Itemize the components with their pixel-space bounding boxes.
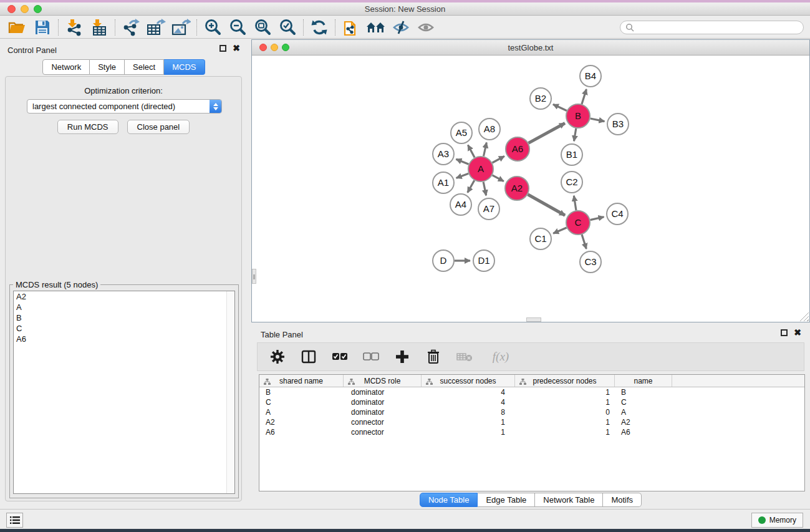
- column-header-predecessor-nodes[interactable]: predecessor nodes: [515, 375, 615, 387]
- graph-edge-B-B2[interactable]: [553, 104, 567, 110]
- table-cell[interactable]: 0: [515, 407, 615, 417]
- graph-edge-A-A5[interactable]: [468, 145, 475, 157]
- table-cell[interactable]: 8: [422, 407, 515, 417]
- hide-panels-button[interactable]: [364, 17, 388, 37]
- tab-motifs[interactable]: Motifs: [603, 493, 642, 507]
- run-mcds-button[interactable]: Run MCDS: [57, 120, 118, 134]
- table-cell[interactable]: dominator: [344, 407, 422, 417]
- table-cell[interactable]: 1: [515, 387, 615, 397]
- table-cell[interactable]: 1: [422, 427, 515, 437]
- apply-layout-button[interactable]: [307, 17, 332, 37]
- result-item[interactable]: B: [14, 312, 234, 323]
- table-cell[interactable]: 1: [515, 417, 615, 427]
- result-item[interactable]: A2: [14, 291, 234, 302]
- table-cell[interactable]: C: [615, 397, 672, 407]
- tab-mcds[interactable]: MCDS: [164, 59, 205, 75]
- table-cell[interactable]: connector: [344, 417, 422, 427]
- table-cell[interactable]: A6: [615, 427, 672, 437]
- graph-edge-A-A4[interactable]: [468, 180, 475, 193]
- result-item[interactable]: A6: [14, 334, 234, 344]
- export-image-button[interactable]: [168, 17, 193, 37]
- graph-edge-C-C4[interactable]: [591, 217, 604, 220]
- criterion-select[interactable]: largest connected component (directed): [27, 99, 222, 114]
- select-all-rows-button[interactable]: [331, 347, 349, 366]
- table-row[interactable]: Cdominator41C: [259, 397, 804, 407]
- mcds-result-list[interactable]: A2ABCA6: [13, 291, 235, 494]
- import-network-button[interactable]: [62, 17, 87, 37]
- tab-select[interactable]: Select: [125, 59, 164, 75]
- hide-selected-button[interactable]: [388, 17, 413, 37]
- table-cell[interactable]: dominator: [344, 387, 422, 397]
- table-cell[interactable]: A2: [259, 417, 344, 427]
- graph-edge-B-B3[interactable]: [591, 118, 605, 122]
- table-cell[interactable]: 1: [515, 427, 615, 437]
- graph-edge-B-B4[interactable]: [582, 89, 586, 104]
- graph-edge-C-C1[interactable]: [553, 228, 566, 233]
- task-history-button[interactable]: [6, 513, 23, 528]
- table-cell[interactable]: 4: [422, 397, 515, 407]
- table-cell[interactable]: 1: [422, 417, 515, 427]
- graph-edge-A2-C[interactable]: [528, 195, 565, 215]
- show-column-button[interactable]: [300, 347, 317, 366]
- column-header-name[interactable]: name: [615, 375, 672, 387]
- table-row[interactable]: Bdominator41B: [259, 387, 804, 397]
- delete-column-button[interactable]: [425, 347, 442, 366]
- tab-node-table[interactable]: Node Table: [420, 493, 478, 507]
- table-row[interactable]: A2connector11A2: [259, 417, 804, 427]
- table-settings-button[interactable]: [269, 347, 286, 366]
- result-item[interactable]: A: [14, 302, 234, 312]
- close-table-panel-icon[interactable]: ✖: [794, 329, 801, 336]
- table-cell[interactable]: connector: [344, 427, 422, 437]
- search-input[interactable]: [634, 22, 803, 33]
- table-cell[interactable]: 4: [422, 387, 515, 397]
- table-cell[interactable]: A: [615, 407, 672, 417]
- table-cell[interactable]: B: [259, 387, 344, 397]
- graph-edge-B-B1[interactable]: [574, 128, 576, 142]
- export-network-button[interactable]: [118, 17, 143, 37]
- network-canvas[interactable]: B4B2BB3A5A8A6A3AA1B1C2A4A7A2C4CC1C3DD1: [252, 56, 809, 322]
- create-column-button[interactable]: [393, 347, 411, 366]
- table-cell[interactable]: A: [259, 407, 344, 417]
- graph-edge-A-A2[interactable]: [493, 175, 504, 181]
- export-table-button[interactable]: [143, 17, 168, 37]
- table-cell[interactable]: C: [259, 397, 344, 407]
- graph-edge-C-C2[interactable]: [574, 196, 576, 210]
- float-table-panel-icon[interactable]: [781, 329, 788, 336]
- tab-network-table[interactable]: Network Table: [535, 493, 603, 507]
- table-cell[interactable]: B: [615, 387, 672, 397]
- tab-edge-table[interactable]: Edge Table: [478, 493, 535, 507]
- graph-edge-A-A3[interactable]: [456, 159, 468, 164]
- tab-network[interactable]: Network: [42, 59, 90, 75]
- graph-edge-A-A8[interactable]: [483, 142, 486, 156]
- deselect-all-rows-button[interactable]: [362, 347, 380, 366]
- show-eye-button[interactable]: [413, 17, 438, 37]
- open-file-button[interactable]: [5, 17, 30, 37]
- result-item[interactable]: C: [14, 323, 234, 334]
- vertical-scrollbar-stub[interactable]: [252, 269, 256, 284]
- column-header-successor-nodes[interactable]: successor nodes: [422, 375, 515, 387]
- close-panel-button[interactable]: Close panel: [127, 120, 190, 134]
- table-cell[interactable]: A6: [259, 427, 344, 437]
- network-graph[interactable]: B4B2BB3A5A8A6A3AA1B1C2A4A7A2C4CC1C3DD1: [252, 56, 809, 322]
- graph-edge-A-A7[interactable]: [483, 182, 486, 196]
- graph-edge-A-A6[interactable]: [492, 156, 504, 163]
- tab-style[interactable]: Style: [90, 59, 125, 75]
- zoom-selected-button[interactable]: [275, 17, 300, 37]
- table-row[interactable]: Adominator80A: [259, 407, 804, 417]
- table-cell[interactable]: 1: [515, 397, 615, 407]
- memory-button[interactable]: Memory: [751, 513, 803, 528]
- table-row[interactable]: A6connector11A6: [259, 427, 804, 437]
- zoom-in-button[interactable]: [200, 17, 225, 37]
- table-cell[interactable]: A2: [615, 417, 672, 427]
- graph-edge-A-A1[interactable]: [456, 173, 469, 178]
- import-table-button[interactable]: [87, 17, 112, 37]
- horizontal-scrollbar-stub[interactable]: [526, 317, 541, 322]
- network-window-titlebar[interactable]: testGlobe.txt: [252, 40, 809, 56]
- result-scrollbar[interactable]: [226, 291, 234, 493]
- column-header-shared-name[interactable]: shared name: [259, 375, 344, 387]
- column-header-MCDS-role[interactable]: MCDS role: [344, 375, 422, 387]
- save-session-button[interactable]: [30, 17, 55, 37]
- network-from-selection-button[interactable]: [339, 17, 364, 37]
- table-cell[interactable]: dominator: [344, 397, 422, 407]
- close-panel-icon[interactable]: ✖: [233, 45, 240, 52]
